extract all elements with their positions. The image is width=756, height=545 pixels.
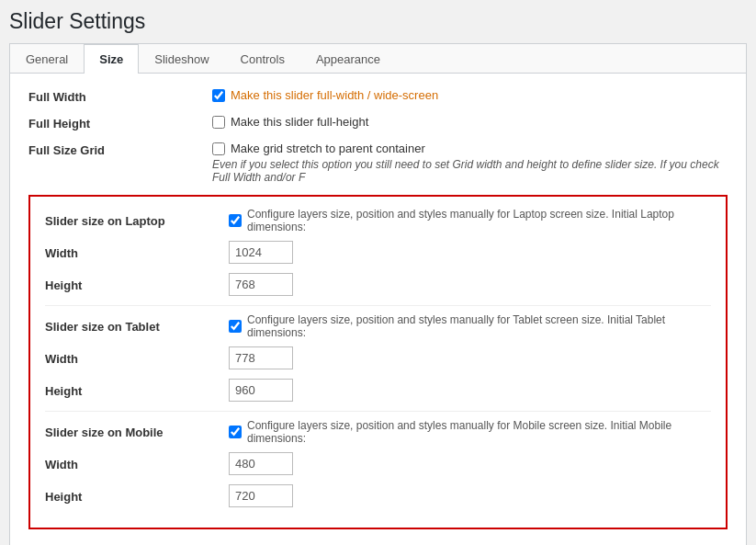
- tabs-bar: General Size Slideshow Controls Appearan…: [10, 44, 746, 74]
- mobile-section-control: Configure layers size, position and styl…: [229, 419, 711, 445]
- mobile-width-field: [229, 452, 293, 475]
- tab-slideshow[interactable]: Slideshow: [139, 44, 224, 74]
- tab-appearance[interactable]: Appearance: [300, 44, 396, 74]
- mobile-height-input[interactable]: [229, 484, 293, 507]
- full-height-label: Full Height: [28, 115, 212, 131]
- laptop-height-field: [229, 273, 293, 296]
- tablet-height-field: [229, 379, 293, 402]
- mobile-section-label: Slider size on Mobile: [45, 426, 229, 439]
- laptop-description: Configure layers size, position and styl…: [247, 208, 711, 233]
- mobile-sub-section: Slider size on Mobile Configure layers s…: [45, 411, 711, 507]
- laptop-height-label: Height: [45, 277, 229, 292]
- settings-container: General Size Slideshow Controls Appearan…: [9, 43, 747, 545]
- tablet-height-input[interactable]: [229, 379, 293, 402]
- full-width-label: Full Width: [28, 88, 212, 104]
- full-size-grid-row: Full Size Grid Make grid stretch to pare…: [28, 142, 728, 184]
- tablet-description: Configure layers size, position and styl…: [247, 313, 711, 339]
- full-width-control: Make this slider full-width / wide-scree…: [212, 88, 728, 102]
- laptop-height-input[interactable]: [229, 273, 293, 296]
- mobile-width-row: Width: [45, 452, 711, 475]
- mobile-description: Configure layers size, position and styl…: [247, 419, 711, 445]
- mobile-height-row: Height: [45, 484, 711, 507]
- laptop-checkbox[interactable]: [229, 214, 242, 227]
- mobile-header-row: Slider size on Mobile Configure layers s…: [45, 419, 711, 445]
- full-size-grid-checkbox[interactable]: [212, 142, 225, 155]
- full-size-grid-label: Full Size Grid: [28, 142, 212, 157]
- laptop-width-input[interactable]: [229, 241, 293, 264]
- full-size-grid-text: Make grid stretch to parent container: [231, 142, 425, 155]
- tab-controls[interactable]: Controls: [225, 44, 300, 74]
- tablet-section-label: Slider size on Tablet: [45, 320, 229, 334]
- tablet-checkbox[interactable]: [229, 320, 242, 333]
- tablet-width-field: [229, 346, 293, 369]
- tablet-height-label: Height: [45, 382, 229, 398]
- mobile-height-field: [229, 484, 293, 507]
- mobile-height-label: Height: [45, 488, 229, 504]
- full-height-control: Make this slider full-height: [212, 115, 728, 129]
- mobile-width-input[interactable]: [229, 452, 293, 475]
- full-size-grid-checkbox-label[interactable]: Make grid stretch to parent container: [212, 142, 425, 155]
- tablet-sub-section: Slider size on Tablet Configure layers s…: [45, 305, 711, 402]
- laptop-header-row: Slider size on Laptop Configure layers s…: [45, 208, 711, 233]
- tab-size[interactable]: Size: [84, 44, 139, 74]
- full-width-checkbox-label[interactable]: Make this slider full-width / wide-scree…: [212, 88, 438, 102]
- full-width-checkbox[interactable]: [212, 89, 225, 102]
- laptop-section-control: Configure layers size, position and styl…: [229, 208, 711, 233]
- full-height-row: Full Height Make this slider full-height: [28, 115, 728, 131]
- laptop-width-field: [229, 241, 293, 264]
- full-size-grid-control: Make grid stretch to parent container Ev…: [212, 142, 728, 184]
- full-height-text: Make this slider full-height: [231, 115, 368, 129]
- tablet-width-label: Width: [45, 350, 229, 366]
- tablet-height-row: Height: [45, 379, 711, 402]
- laptop-section-label: Slider size on Laptop: [45, 214, 229, 228]
- tablet-section-control: Configure layers size, position and styl…: [229, 313, 711, 339]
- tablet-width-row: Width: [45, 346, 711, 369]
- full-height-checkbox[interactable]: [212, 116, 225, 129]
- full-width-row: Full Width Make this slider full-width /…: [28, 88, 728, 104]
- responsive-sizes-section: Slider size on Laptop Configure layers s…: [28, 195, 728, 529]
- laptop-width-row: Width: [45, 241, 711, 264]
- tab-general[interactable]: General: [10, 44, 84, 74]
- page-title: Slider Settings: [9, 9, 747, 34]
- tablet-header-row: Slider size on Tablet Configure layers s…: [45, 313, 711, 339]
- laptop-height-row: Height: [45, 273, 711, 296]
- mobile-width-label: Width: [45, 456, 229, 471]
- tablet-width-input[interactable]: [229, 346, 293, 369]
- mobile-checkbox[interactable]: [229, 426, 242, 438]
- full-size-grid-note: Even if you select this option you still…: [212, 158, 728, 184]
- settings-body: Full Width Make this slider full-width /…: [10, 74, 746, 545]
- laptop-width-label: Width: [45, 244, 229, 260]
- full-width-text: Make this slider full-width / wide-scree…: [231, 88, 438, 102]
- full-height-checkbox-label[interactable]: Make this slider full-height: [212, 115, 368, 129]
